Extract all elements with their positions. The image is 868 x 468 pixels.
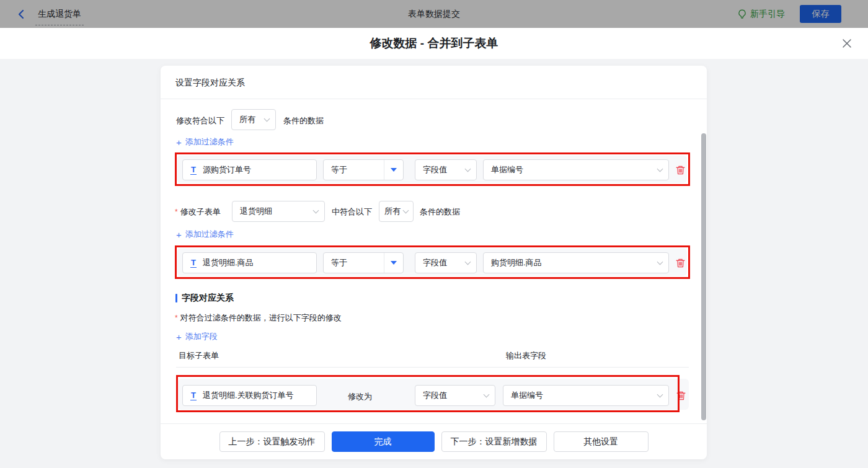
condition-1-valuetype-select[interactable]: 字段值 xyxy=(415,159,477,180)
chevron-down-icon xyxy=(484,392,490,398)
mapping-target-field[interactable]: T 退货明细.关联购货订单号 xyxy=(182,385,317,406)
mapping-action-label: 修改为 xyxy=(348,391,372,402)
add-field-link[interactable]: + 添加字段 xyxy=(176,331,218,342)
subform-filter-label: *修改子表单 xyxy=(175,206,221,218)
dropdown-arrow xyxy=(384,160,403,180)
mapping-section-title: 字段对应关系 xyxy=(175,293,234,304)
condition-1-field-label: 源购货订单号 xyxy=(203,164,251,175)
chevron-down-icon xyxy=(465,166,471,172)
chevron-down-icon xyxy=(403,208,409,214)
settings-card: 设置字段对应关系 修改符合以下 所有 条件的数据 + 添加过滤条件 T 源购货订… xyxy=(161,66,707,459)
delete-condition-2-icon[interactable] xyxy=(675,258,686,268)
column-header-target-subform: 目标子表单 xyxy=(179,350,219,361)
chevron-down-icon xyxy=(657,392,663,398)
condition-2-valuetype-select[interactable]: 字段值 xyxy=(415,252,477,273)
topbar: 生成退货单 表单数据提交 新手引导 保存 xyxy=(0,0,868,28)
other-settings-button[interactable]: 其他设置 xyxy=(554,431,649,452)
condition-2-operator-select[interactable]: 等于 xyxy=(323,252,404,273)
scrollbar-thumb[interactable] xyxy=(701,133,706,420)
chevron-down-icon xyxy=(465,259,471,265)
mapping-value: 单据编号 xyxy=(511,390,543,401)
text-field-type-icon: T xyxy=(190,166,197,175)
mapping-valuetype-select[interactable]: 字段值 xyxy=(415,385,495,406)
match-mode-value: 所有 xyxy=(239,114,255,125)
section-accent-bar xyxy=(175,294,177,302)
mapping-value-select[interactable]: 单据编号 xyxy=(503,385,669,406)
condition-1-value-select[interactable]: 单据编号 xyxy=(483,159,669,180)
chevron-down-icon xyxy=(657,166,663,172)
mapping-valuetype-value: 字段值 xyxy=(423,390,447,401)
modal-titlebar: 修改数据 - 合并到子表单 xyxy=(0,28,868,59)
condition-1-field[interactable]: T 源购货订单号 xyxy=(182,159,317,180)
condition-2-value-select[interactable]: 购货明细.商品 xyxy=(483,252,669,273)
mapping-description: *对符合过滤条件的数据，进行以下字段的修改 xyxy=(175,312,342,324)
triangle-down-icon xyxy=(391,261,397,265)
condition-1-operator-select[interactable]: 等于 xyxy=(323,159,404,180)
mapping-target-field-label: 退货明细.关联购货订单号 xyxy=(203,390,294,401)
chevron-down-icon xyxy=(264,116,270,122)
plus-icon: + xyxy=(176,138,182,147)
next-step-button[interactable]: 下一步：设置新增数据 xyxy=(441,431,547,452)
chevron-down-icon xyxy=(657,259,663,265)
condition-2-value: 购货明细.商品 xyxy=(491,257,542,268)
condition-2-field-label: 退货明细.商品 xyxy=(203,257,254,268)
column-header-output-field: 输出表字段 xyxy=(506,350,546,361)
subform-filter-mid: 中符合以下 xyxy=(332,206,372,218)
plus-icon: + xyxy=(176,230,182,239)
match-mode-select[interactable]: 所有 xyxy=(231,109,276,130)
text-field-type-icon: T xyxy=(190,258,197,268)
prev-step-button[interactable]: 上一步：设置触发动作 xyxy=(219,431,325,452)
filter-main-prefix: 修改符合以下 xyxy=(176,115,224,126)
condition-2-operator-value: 等于 xyxy=(324,253,384,273)
done-button[interactable]: 完成 xyxy=(332,431,435,452)
modal-overlay-dim xyxy=(0,0,868,28)
subform-match-mode-select[interactable]: 所有 xyxy=(379,201,414,222)
subform-select[interactable]: 退货明细 xyxy=(232,201,325,222)
required-marker: * xyxy=(175,314,178,322)
triangle-down-icon xyxy=(391,168,397,172)
add-filter-condition-link-2[interactable]: + 添加过滤条件 xyxy=(176,229,234,240)
required-marker: * xyxy=(175,208,178,216)
add-filter-condition-link-1[interactable]: + 添加过滤条件 xyxy=(176,136,234,148)
condition-1-valuetype-value: 字段值 xyxy=(423,164,447,175)
filter-main-suffix: 条件的数据 xyxy=(283,115,324,126)
subform-value: 退货明细 xyxy=(240,206,272,217)
column-divider xyxy=(176,367,689,368)
condition-2-field[interactable]: T 退货明细.商品 xyxy=(182,252,317,273)
card-header: 设置字段对应关系 xyxy=(161,66,707,99)
subform-filter-suffix: 条件的数据 xyxy=(420,206,460,218)
condition-2-valuetype-value: 字段值 xyxy=(423,257,447,268)
dropdown-arrow xyxy=(384,253,403,273)
modal-title: 修改数据 - 合并到子表单 xyxy=(0,28,868,59)
text-field-type-icon: T xyxy=(190,391,197,400)
plus-icon: + xyxy=(176,332,182,342)
wizard-footer: 上一步：设置触发动作 完成 下一步：设置新增数据 其他设置 xyxy=(161,423,707,459)
delete-mapping-row-icon[interactable] xyxy=(676,391,686,401)
condition-1-operator-value: 等于 xyxy=(324,160,384,180)
chevron-down-icon xyxy=(313,208,319,214)
condition-1-value: 单据编号 xyxy=(491,164,523,175)
delete-condition-1-icon[interactable] xyxy=(675,165,686,175)
subform-match-mode-value: 所有 xyxy=(384,206,401,217)
close-icon[interactable] xyxy=(841,38,852,49)
